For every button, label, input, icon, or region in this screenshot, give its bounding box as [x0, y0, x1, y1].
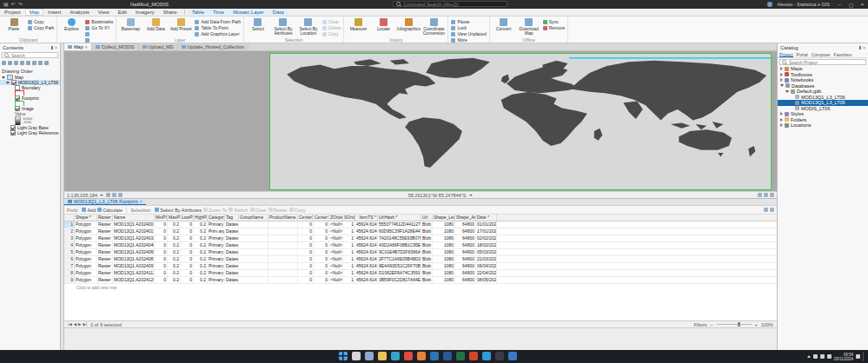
cell[interactable]: 0 [298, 277, 314, 283]
cell[interactable]: 45624.61477 [355, 256, 378, 262]
cell[interactable]: 21/03/2024 [476, 256, 497, 262]
button-paste[interactable]: Paste [3, 17, 25, 31]
cell[interactable]: 17/01/2024 [476, 228, 497, 234]
taskbar-icon-outlook[interactable] [430, 352, 439, 360]
cell[interactable]: Blob [421, 221, 433, 228]
cell[interactable]: <Null> [329, 235, 343, 241]
view-tab-update-hosted-collection[interactable]: Update_Hosted_Collection [178, 43, 248, 50]
cell[interactable] [239, 263, 268, 269]
cell[interactable]: 0 [314, 256, 329, 262]
cell[interactable]: Dataset [225, 270, 239, 276]
column-header-raster[interactable]: Raster [97, 214, 113, 221]
cell[interactable] [239, 242, 268, 248]
cell[interactable]: 64800 [455, 242, 476, 248]
button-zoom-to-selection[interactable]: Zoom To [203, 208, 227, 213]
cell[interactable]: 1080 [433, 277, 455, 283]
table-row[interactable]: 2PolygonRasterMOD13Q1.A2024017_L3...00.2… [64, 228, 777, 235]
cell[interactable]: Dataset [225, 249, 239, 255]
auto-hide-pin-icon[interactable] [859, 46, 861, 50]
cell[interactable]: Blob [421, 242, 433, 248]
cell[interactable]: 0.2 [168, 221, 181, 228]
previous-extent-icon[interactable] [112, 193, 116, 197]
button-locate[interactable]: Locate [372, 17, 394, 31]
cell[interactable]: 1 [343, 221, 355, 228]
button-explore[interactable]: Explore [60, 17, 83, 31]
cell[interactable]: D1062EF8A74C35919E... [378, 270, 421, 276]
cell[interactable]: 9C01E4B7D2F8366A05... [378, 249, 421, 255]
cell[interactable]: Dataset [225, 228, 239, 234]
column-header-highps[interactable]: HighPS * [194, 214, 208, 221]
close-button[interactable]: × [857, 0, 868, 9]
cell[interactable]: MOD13Q1.A2024097_L3... [113, 263, 155, 269]
taskbar-icon-excel[interactable] [456, 352, 465, 360]
cell[interactable]: 0 [314, 242, 329, 248]
cell[interactable]: Primary [208, 242, 225, 248]
cell[interactable]: 43D2A66F08B1C95E22... [378, 242, 421, 248]
last-record-icon[interactable]: ▶| [83, 322, 88, 327]
cell[interactable]: 1 [343, 242, 355, 248]
cell[interactable]: 0 [181, 242, 194, 248]
cell[interactable]: 1080 [433, 263, 455, 269]
filter-icon[interactable] [44, 61, 49, 65]
cell[interactable]: Blob [421, 249, 433, 255]
cell[interactable]: Polygon [75, 263, 97, 269]
show-desktop-button[interactable] [863, 352, 865, 361]
expander-icon[interactable] [780, 78, 783, 82]
cell[interactable] [268, 256, 298, 262]
list-by-labeling-icon[interactable] [32, 61, 36, 65]
button-download-map[interactable]: Download Map [518, 17, 540, 35]
stretch-legend[interactable]: 10000-2000 [0, 116, 60, 125]
row-selector[interactable]: 8 [64, 270, 75, 276]
button-switch-selection[interactable]: Switch [229, 208, 248, 213]
redo-icon[interactable]: ↷ [18, 2, 23, 7]
map-coordinates[interactable]: 58.261301°W 85.247844°S [408, 193, 473, 198]
overview-icon[interactable] [764, 193, 768, 197]
cell[interactable]: 45624.61483 [355, 277, 378, 283]
button-measure[interactable]: Measure [347, 17, 369, 31]
cell[interactable]: 0.2 [168, 277, 181, 283]
cell[interactable]: MOD13Q1.A2024001_L3... [113, 221, 155, 228]
view-tab-map[interactable]: Map× [64, 43, 92, 50]
row-selector[interactable]: 3 [64, 235, 75, 241]
cell[interactable]: 0.2 [168, 270, 181, 276]
ribbon-tab-map[interactable]: Map [25, 9, 44, 16]
cell[interactable]: 0 [298, 249, 314, 255]
cell[interactable]: 0 [155, 263, 168, 269]
cell[interactable]: Raster [97, 263, 113, 269]
ribbon-tab-table[interactable]: Table [188, 9, 209, 16]
cell[interactable]: Raster [97, 270, 113, 276]
column-header-centerx[interactable]: CenterX * [298, 214, 314, 221]
cell[interactable]: 0 [155, 235, 168, 241]
row-selector[interactable]: 1 [64, 221, 75, 228]
taskbar-clock[interactable]: 09:54 29/11/2024 [834, 353, 853, 361]
catalog-tab-portal[interactable]: Portal [797, 52, 808, 57]
cell[interactable]: 0 [298, 256, 314, 262]
cell[interactable]: 0.2 [194, 270, 208, 276]
taskbar-icon-powerpoint[interactable] [469, 352, 478, 360]
button-bookmarks[interactable]: Bookmarks [85, 19, 113, 24]
column-header-shape[interactable]: Shape * [75, 214, 97, 221]
catalog-tab-project[interactable]: Project [779, 52, 793, 57]
cell[interactable]: Prim.ary [208, 228, 225, 234]
cell[interactable]: 0.2 [194, 221, 208, 228]
layer-checkbox[interactable] [10, 130, 16, 135]
cell[interactable]: 1080 [433, 270, 455, 276]
button-remove-offline[interactable]: Remove [543, 25, 566, 30]
cell[interactable]: 0.2 [168, 263, 181, 269]
cell[interactable]: Primary [208, 270, 225, 276]
cell[interactable]: Polygon [75, 256, 97, 262]
expander-icon[interactable] [780, 67, 783, 70]
catalog-item-locations[interactable]: Locations [778, 122, 868, 129]
column-header-tag[interactable]: Tag [225, 214, 239, 221]
cell[interactable]: 7A20148C55E93B07D1... [378, 235, 421, 241]
button-select-by-location[interactable]: Select By Location [297, 17, 320, 35]
cell[interactable]: <Null> [329, 270, 343, 276]
cell[interactable]: 05/03/2024 [476, 249, 497, 255]
button-infographics[interactable]: Infographics [397, 17, 420, 31]
button-view-unplaced[interactable]: View Unplaced [451, 31, 486, 36]
cell[interactable]: 0 [155, 277, 168, 283]
cell[interactable]: 0 [155, 228, 168, 234]
column-header-productname[interactable]: ProductName [268, 214, 298, 221]
battery-icon[interactable] [827, 354, 832, 359]
table-row[interactable]: 1PolygonRasterMOD13Q1.A2024001_L3...00.2… [64, 221, 777, 228]
